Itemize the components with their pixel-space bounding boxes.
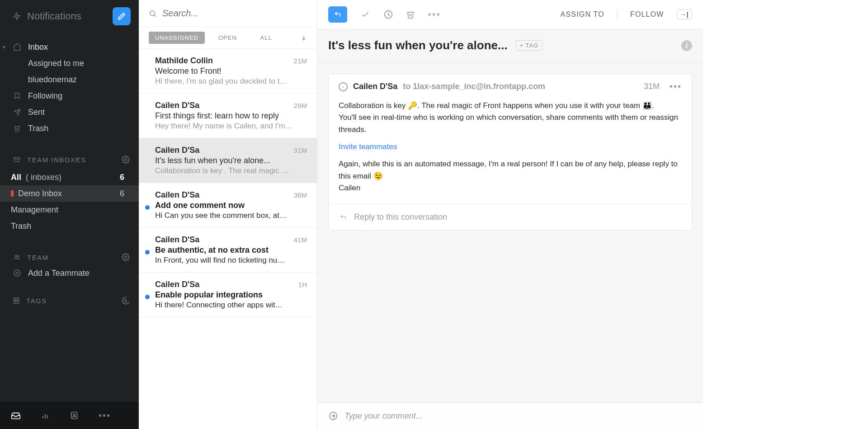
notifications-title[interactable]: Notifications xyxy=(13,10,81,22)
filter-unassigned[interactable]: UNASSIGNED xyxy=(149,32,205,44)
gear-icon[interactable] xyxy=(122,297,130,305)
conv-preview: Hi there! Connecting other apps wit… xyxy=(155,301,307,310)
more-horizontal-icon[interactable]: ••• xyxy=(428,9,441,20)
trash-label: Trash xyxy=(28,124,48,133)
conversation-item[interactable]: Cailen D'Sa36MAdd one comment nowHi Can … xyxy=(139,183,317,228)
sidebar-item-following[interactable]: Following xyxy=(0,88,139,104)
team-inbox-management[interactable]: Management xyxy=(0,202,139,218)
following-label: Following xyxy=(28,91,62,101)
conversation-items: Mathilde Collin21MWelcome to Front!Hi th… xyxy=(139,49,317,317)
more-icon[interactable]: ••• xyxy=(99,410,111,421)
sidebar-bottom-nav: ••• xyxy=(0,402,139,429)
team-label: TEAM xyxy=(27,254,49,261)
gear-icon[interactable] xyxy=(122,156,130,164)
tag-button[interactable]: + TAG xyxy=(516,40,542,51)
conv-time: 36M xyxy=(294,191,307,199)
contacts-icon[interactable] xyxy=(70,410,79,420)
inbox-icon xyxy=(13,156,21,163)
message-from: Cailen D'Sa xyxy=(353,82,397,91)
conv-time: 1H xyxy=(298,281,307,288)
message-pane: ••• ASSIGN TO FOLLOW →| It's less fun wh… xyxy=(317,0,703,429)
conversation-item[interactable]: Cailen D'Sa41MBe authentic, at no extra … xyxy=(139,228,317,273)
conversation-item[interactable]: Cailen D'Sa31MIt's less fun when you're … xyxy=(139,138,317,183)
check-icon[interactable] xyxy=(360,10,371,19)
all-label: All xyxy=(11,173,21,182)
follow-button[interactable]: FOLLOW xyxy=(630,10,664,19)
conv-preview: In Front, you will find no ticketing nu… xyxy=(155,256,307,265)
invite-teammates-link[interactable]: Invite teammates xyxy=(339,142,397,151)
subject-bar: It's less fun when you're alone... + TAG… xyxy=(317,29,703,63)
inbox-tray-icon[interactable] xyxy=(11,410,21,420)
more-horizontal-icon[interactable]: ••• xyxy=(670,81,682,92)
reply-arrow-icon xyxy=(339,214,348,221)
conv-preview: Hey there! My name is Cailen, and I'm… xyxy=(155,122,307,131)
team-inbox-all[interactable]: All ( inboxes) 6 xyxy=(0,169,139,185)
conv-subject: Be authentic, at no extra cost xyxy=(155,245,307,255)
team-inboxes-label: TEAM INBOXES xyxy=(27,156,86,164)
send-icon xyxy=(13,108,22,116)
reply-prompt-text: Reply to this conversation xyxy=(354,212,447,222)
body-line-3: Again, while this is an automated messag… xyxy=(339,160,678,180)
svg-line-24 xyxy=(154,15,156,16)
info-icon[interactable]: i xyxy=(681,40,692,51)
conv-preview: Hi Can you see the comment box, at… xyxy=(155,211,307,220)
plus-circle-icon xyxy=(13,269,22,277)
delete-icon[interactable] xyxy=(406,9,415,19)
conv-sender: Cailen D'Sa xyxy=(155,146,199,155)
conv-time: 41M xyxy=(294,236,307,244)
mgmt-label: Management xyxy=(11,205,58,215)
message-body-wrap: › Cailen D'Sa to 1lax-sample_inc@in.fron… xyxy=(317,63,703,402)
compose-button[interactable] xyxy=(113,7,131,25)
collapse-panel-button[interactable]: →| xyxy=(677,9,692,19)
svg-point-23 xyxy=(150,11,155,16)
tin-trash-label: Trash xyxy=(11,222,31,231)
analytics-icon[interactable] xyxy=(41,411,50,420)
bookmark-icon xyxy=(13,92,22,100)
svg-point-14 xyxy=(125,300,127,302)
body-line-2: You'll see in real-time who is working o… xyxy=(339,113,678,133)
team-inbox-trash[interactable]: Trash xyxy=(0,218,139,234)
conversation-list: UNASSIGNED OPEN ALL Mathilde Collin21MWe… xyxy=(139,0,317,429)
svg-point-4 xyxy=(18,255,19,257)
filter-tabs: UNASSIGNED OPEN ALL xyxy=(139,27,317,49)
reply-button[interactable] xyxy=(328,6,347,23)
comment-placeholder: Type your comment... xyxy=(344,411,423,421)
conv-preview: Hi there, I'm so glad you decided to t… xyxy=(155,77,307,86)
conv-sender: Mathilde Collin xyxy=(155,56,213,66)
sidebar-item-bluedonemaz[interactable]: bluedonemaz xyxy=(0,71,139,88)
sidebar-item-sent[interactable]: Sent xyxy=(0,104,139,120)
conv-sender: Cailen D'Sa xyxy=(155,235,199,245)
search-input[interactable] xyxy=(162,8,307,19)
team-inbox-demo[interactable]: Demo Inbox 6 xyxy=(0,185,139,202)
chevron-down-icon: ▾ xyxy=(3,44,5,50)
conversation-item[interactable]: Cailen D'Sa26MFirst things first: learn … xyxy=(139,94,317,138)
sidebar-item-assigned-to-me[interactable]: Assigned to me xyxy=(0,55,139,71)
gear-icon[interactable] xyxy=(122,253,130,261)
comment-bar[interactable]: Type your comment... xyxy=(317,402,703,429)
unread-dot xyxy=(145,250,150,255)
team-header: TEAM xyxy=(0,248,139,267)
demo-label: Demo Inbox xyxy=(18,189,62,198)
status-dot xyxy=(11,190,14,197)
search-icon xyxy=(149,9,157,18)
reply-prompt[interactable]: Reply to this conversation xyxy=(329,204,692,230)
clock-icon[interactable] xyxy=(383,9,393,19)
conversation-item[interactable]: Cailen D'Sa1HEnable popular integrations… xyxy=(139,273,317,317)
assign-to-button[interactable]: ASSIGN TO xyxy=(561,10,604,19)
bolt-icon xyxy=(13,11,21,21)
demo-count: 6 xyxy=(120,189,124,198)
sort-arrow-icon[interactable] xyxy=(301,34,307,42)
sidebar-item-trash[interactable]: Trash xyxy=(0,120,139,137)
filter-open[interactable]: OPEN xyxy=(208,32,247,44)
tags-label: TAGS xyxy=(26,297,47,305)
conversation-item[interactable]: Mathilde Collin21MWelcome to Front!Hi th… xyxy=(139,49,317,94)
svg-marker-0 xyxy=(14,13,20,20)
conv-subject: Add one comment now xyxy=(155,201,307,210)
sidebar-item-inbox[interactable]: ▾ Inbox xyxy=(0,39,139,55)
message-header[interactable]: › Cailen D'Sa to 1lax-sample_inc@in.fron… xyxy=(329,74,692,99)
conv-sender: Cailen D'Sa xyxy=(155,190,199,200)
unread-dot xyxy=(145,295,150,299)
filter-all[interactable]: ALL xyxy=(250,32,282,44)
conv-time: 21M xyxy=(294,57,307,65)
add-teammate-button[interactable]: Add a Teammate xyxy=(0,265,139,281)
